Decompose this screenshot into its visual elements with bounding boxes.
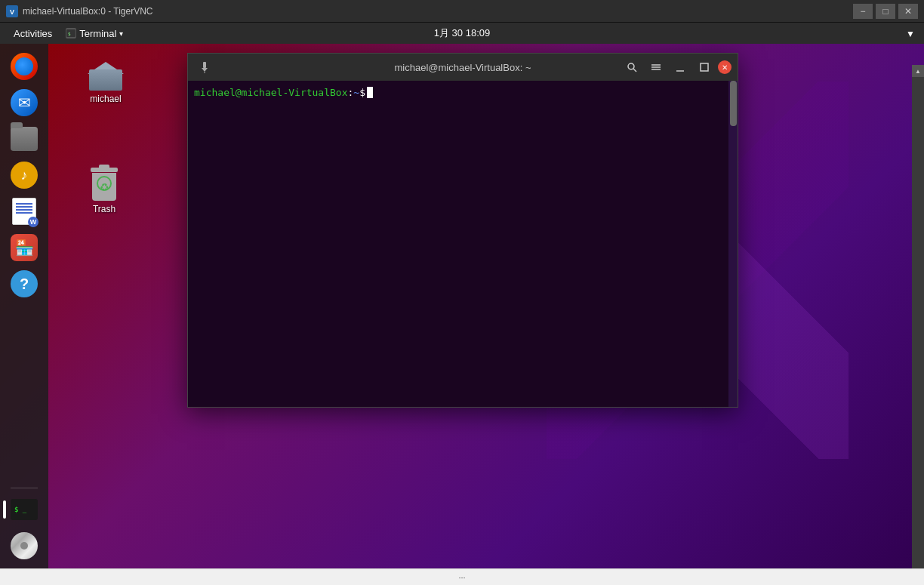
app-bottom-bar: ··· [0, 568, 924, 585]
activities-button[interactable]: Activities [9, 26, 57, 41]
search-icon [627, 62, 637, 72]
terminal-menu-button[interactable] [645, 57, 667, 78]
dock: ✉ ♪ W 🏪 ? [0, 44, 48, 568]
terminal-menu-label: Terminal [79, 28, 116, 39]
gnome-topbar: Activities $ Terminal ▾ 1月 30 18:09 ▼ [0, 23, 924, 44]
terminal-scrollbar-thumb [730, 81, 737, 126]
svg-rect-6 [205, 72, 205, 73]
main-area: Activities $ Terminal ▾ 1月 30 18:09 ▼ [0, 23, 924, 585]
vnc-titlebar: V michael-VirtualBox:0 - TigerVNC − □ ✕ [0, 0, 924, 23]
dock-item-terminal[interactable] [8, 493, 41, 526]
firefox-icon [11, 53, 38, 80]
vnc-titlebar-left: V michael-VirtualBox:0 - TigerVNC [6, 5, 153, 17]
gnome-datetime: 1月 30 18:09 [434, 26, 490, 40]
terminal-window: michael@michael-VirtualBox: ~ [187, 53, 738, 408]
recycle-icon: ♻ [100, 181, 109, 193]
rhythmbox-icon: ♪ [11, 162, 38, 189]
prompt-colon: : [348, 87, 354, 98]
terminal-search-button[interactable] [621, 57, 642, 78]
prompt-dollar: $ [359, 87, 365, 98]
svg-text:$: $ [68, 31, 71, 36]
home-folder-icon [89, 62, 122, 91]
terminal-maximize-button[interactable] [694, 57, 715, 78]
thunderbird-icon: ✉ [11, 89, 38, 116]
terminal-menu[interactable]: $ Terminal ▾ [66, 28, 123, 39]
svg-marker-5 [202, 68, 208, 72]
maximize-icon [699, 62, 710, 72]
vnc-window-title: michael-VirtualBox:0 - TigerVNC [23, 6, 153, 17]
vnc-maximize-button[interactable]: □ [876, 4, 895, 19]
vnc-close-button[interactable]: ✕ [898, 4, 918, 19]
terminal-title: michael@michael-VirtualBox: ~ [395, 62, 531, 73]
dock-item-help[interactable]: ? [8, 267, 41, 300]
desktop-icon-trash[interactable]: ♻ Trash [74, 165, 134, 217]
vnc-scroll-track [912, 77, 924, 568]
terminal-icon [11, 499, 38, 520]
terminal-menu-icon: $ [66, 28, 76, 38]
gnome-system-tray: ▼ [906, 28, 915, 39]
dock-separator [11, 488, 38, 488]
help-icon: ? [11, 270, 38, 297]
terminal-titlebar: michael@michael-VirtualBox: ~ [188, 54, 738, 81]
app-bottom-text: ··· [458, 573, 465, 582]
vnc-scrollbar[interactable]: ▲ ▼ [912, 65, 924, 568]
svg-point-7 [628, 63, 634, 69]
writer-badge: W [28, 217, 38, 227]
gnome-topbar-left: Activities $ Terminal ▾ [9, 26, 123, 41]
dock-item-writer[interactable]: W [8, 195, 41, 228]
dock-item-rhythmbox[interactable]: ♪ [8, 159, 41, 192]
appcenter-icon: 🏪 [11, 234, 38, 261]
trash-lid [91, 168, 118, 172]
files-icon [11, 127, 38, 151]
hamburger-icon [651, 62, 661, 72]
terminal-close-button[interactable]: ✕ [718, 60, 732, 74]
trash-icon-label: Trash [93, 204, 116, 214]
prompt-user: michael@michael-VirtualBox [194, 87, 348, 98]
terminal-pin-button[interactable] [194, 57, 215, 78]
home-icon-label: michael [90, 94, 121, 104]
svg-text:V: V [10, 8, 14, 16]
trash-body: ♻ [92, 173, 116, 201]
dock-item-firefox[interactable] [8, 50, 41, 83]
home-body [89, 69, 122, 91]
terminal-prompt-line: michael@michael-VirtualBox:~$ [194, 87, 732, 98]
desktop: ✉ ♪ W 🏪 ? [0, 44, 924, 568]
dock-item-thunderbird[interactable]: ✉ [8, 86, 41, 119]
svg-line-8 [633, 69, 636, 72]
terminal-cursor [367, 87, 373, 98]
pin-icon [199, 61, 211, 73]
vnc-scroll-up-button[interactable]: ▲ [912, 65, 924, 77]
terminal-window-controls: ✕ [621, 57, 732, 78]
terminal-content[interactable]: michael@michael-VirtualBox:~$ [188, 81, 738, 407]
terminal-minimize-button[interactable] [670, 57, 691, 78]
desktop-icon-home[interactable]: michael [75, 59, 136, 107]
cd-icon [11, 532, 38, 559]
vnc-minimize-button[interactable]: − [853, 4, 873, 19]
dock-item-appcenter[interactable]: 🏪 [8, 231, 41, 264]
dock-item-files[interactable] [8, 122, 41, 155]
svg-rect-4 [203, 62, 206, 68]
terminal-scrollbar[interactable] [728, 81, 738, 407]
writer-icon: W [12, 198, 36, 225]
minimize-icon [675, 62, 685, 72]
trash-icon: ♻ [89, 168, 119, 201]
svg-rect-13 [701, 63, 708, 71]
terminal-menu-arrow: ▾ [119, 29, 123, 38]
prompt-tilde: ~ [353, 87, 359, 98]
dock-item-cd[interactable] [8, 529, 41, 562]
vnc-window-controls: − □ ✕ [853, 4, 918, 19]
vnc-icon: V [6, 5, 18, 17]
